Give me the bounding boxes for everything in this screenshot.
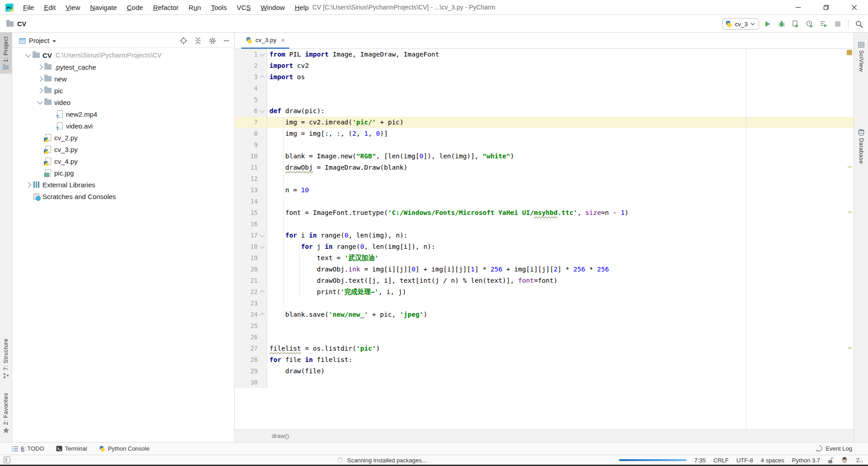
tool-window-button-favorites[interactable]: 2: Favorites bbox=[0, 389, 12, 437]
code-editor[interactable]: 1from PIL import Image, ImageDraw, Image… bbox=[235, 49, 854, 429]
code-line-7[interactable]: 7 img = cv2.imread('pic/' + pic) bbox=[235, 117, 854, 128]
code-line-23[interactable]: 23 bbox=[235, 298, 854, 309]
tree-item[interactable]: video.avi bbox=[13, 120, 234, 132]
project-view-dropdown-icon[interactable] bbox=[52, 40, 56, 43]
tree-chevron-icon[interactable] bbox=[37, 76, 43, 82]
code-line-2[interactable]: 2import cv2 bbox=[235, 60, 854, 71]
tree-chevron-icon[interactable] bbox=[25, 52, 31, 57]
tree-item[interactable]: cv_3.py bbox=[13, 143, 234, 155]
run-button[interactable] bbox=[762, 19, 773, 29]
tool-window-button-database[interactable]: Database bbox=[854, 125, 868, 168]
tree-item[interactable]: cv_2.py bbox=[13, 132, 234, 143]
code-line-26[interactable]: 26 bbox=[235, 332, 854, 343]
code-line-4[interactable]: 4 bbox=[235, 83, 854, 94]
tree-item[interactable]: Scratches and Consoles bbox=[13, 190, 234, 202]
editor-tab-cv3py[interactable]: cv_3.py × bbox=[241, 33, 289, 49]
code-line-5[interactable]: 5 bbox=[235, 94, 854, 105]
menu-edit[interactable]: Edit bbox=[39, 0, 61, 15]
code-line-1[interactable]: 1from PIL import Image, ImageDraw, Image… bbox=[235, 49, 854, 60]
menu-help[interactable]: Help bbox=[290, 0, 314, 15]
menu-file[interactable]: File bbox=[18, 0, 39, 15]
python-console-button[interactable]: Python Console bbox=[99, 445, 150, 452]
tool-window-button-sciview[interactable]: SciView bbox=[854, 38, 868, 76]
tool-window-button-project[interactable]: 1: Project bbox=[0, 33, 12, 74]
run-configuration-select[interactable]: cv_3 bbox=[722, 18, 759, 30]
code-line-11[interactable]: 11 drawObj = ImageDraw.Draw(blank) bbox=[235, 162, 854, 173]
menu-tools[interactable]: Tools bbox=[206, 0, 232, 15]
code-line-25[interactable]: 25 bbox=[235, 320, 854, 332]
code-line-12[interactable]: 12 bbox=[235, 173, 854, 185]
tree-chevron-icon[interactable] bbox=[37, 99, 43, 105]
inspection-indicator-icon[interactable] bbox=[847, 50, 852, 55]
tree-chevron-icon[interactable] bbox=[25, 182, 31, 188]
tree-item[interactable]: new bbox=[13, 73, 234, 85]
unlocked-icon[interactable] bbox=[828, 457, 834, 464]
tree-item[interactable]: CVC:\Users\Sirius\PycharmProjects\CV bbox=[13, 49, 234, 61]
line-separator[interactable]: CRLF bbox=[713, 457, 729, 464]
tool-window-switcher-icon[interactable] bbox=[4, 456, 10, 463]
collapse-all-icon[interactable] bbox=[194, 37, 202, 44]
run-with-coverage-button[interactable] bbox=[790, 19, 801, 29]
locate-file-icon[interactable] bbox=[180, 37, 187, 44]
todo-button[interactable]: 6: TODO bbox=[12, 445, 44, 452]
warning-mark[interactable] bbox=[848, 211, 852, 213]
tree-item[interactable]: pic.jpg bbox=[13, 167, 234, 179]
close-button[interactable] bbox=[840, 0, 868, 15]
menu-refactor[interactable]: Refactor bbox=[148, 0, 184, 15]
code-line-16[interactable]: 16 bbox=[235, 219, 854, 230]
fold-marker-icon[interactable] bbox=[259, 232, 264, 237]
code-line-18[interactable]: 18 for j in range(0, len(img[i]), n): bbox=[235, 241, 854, 252]
terminal-button[interactable]: Terminal bbox=[56, 445, 87, 452]
warning-mark[interactable] bbox=[848, 166, 852, 168]
project-panel-title[interactable]: Project bbox=[29, 37, 49, 44]
code-line-29[interactable]: 29 draw(file) bbox=[235, 366, 854, 377]
tree-item[interactable]: video bbox=[13, 96, 234, 108]
tree-item[interactable]: External Libraries bbox=[13, 179, 234, 190]
menu-window[interactable]: Window bbox=[256, 0, 290, 15]
code-line-3[interactable]: 3import os bbox=[235, 71, 854, 83]
code-line-8[interactable]: 8 img = img[:, :, (2, 1, 0)] bbox=[235, 128, 854, 139]
code-line-9[interactable]: 9 bbox=[235, 139, 854, 151]
tool-window-button-structure[interactable]: 7: Structure bbox=[0, 335, 12, 382]
code-line-24[interactable]: 24 blank.save('new/new_' + pic, 'jpeg') bbox=[235, 309, 854, 320]
event-log-button[interactable]: Event Log bbox=[816, 445, 852, 452]
menu-vcs[interactable]: VCS bbox=[232, 0, 256, 15]
tree-item[interactable]: new2.mp4 bbox=[13, 108, 234, 120]
minimize-button[interactable] bbox=[784, 0, 812, 15]
caret-position[interactable]: 7:35 bbox=[694, 457, 706, 464]
menu-code[interactable]: Code bbox=[122, 0, 148, 15]
settings-gear-icon[interactable] bbox=[209, 37, 216, 44]
code-line-27[interactable]: 27filelist = os.listdir('pic') bbox=[235, 343, 854, 354]
code-line-13[interactable]: 13 n = 10 bbox=[235, 185, 854, 196]
maximize-button[interactable] bbox=[812, 0, 840, 15]
warning-mark[interactable] bbox=[848, 347, 852, 349]
file-encoding[interactable]: UTF-8 bbox=[736, 457, 753, 464]
tree-item[interactable]: cv_4.py bbox=[13, 155, 234, 167]
python-interpreter[interactable]: Python 3.7 bbox=[792, 457, 820, 464]
fold-marker-icon[interactable] bbox=[259, 108, 264, 113]
code-line-17[interactable]: 17 for i in range(0, len(img), n): bbox=[235, 230, 854, 241]
code-line-14[interactable]: 14 bbox=[235, 196, 854, 207]
tree-chevron-icon[interactable] bbox=[37, 88, 43, 94]
indent-setting[interactable]: 4 spaces bbox=[761, 457, 784, 464]
code-line-21[interactable]: 21 drawObj.text([j, i], text[int(j / n) … bbox=[235, 275, 854, 286]
menu-navigate[interactable]: Navigate bbox=[85, 0, 122, 15]
code-line-6[interactable]: 6def draw(pic): bbox=[235, 105, 854, 117]
code-line-28[interactable]: 28for file in filelist: bbox=[235, 354, 854, 366]
breadcrumb-function[interactable]: draw() bbox=[272, 433, 289, 439]
code-line-10[interactable]: 10 blank = Image.new("RGB", [len(img[0])… bbox=[235, 151, 854, 162]
fold-marker-icon[interactable] bbox=[259, 75, 264, 80]
code-line-20[interactable]: 20 drawObj.ink = img[i][j][0] + img[i][j… bbox=[235, 264, 854, 275]
fold-marker-icon[interactable] bbox=[259, 313, 264, 318]
code-line-15[interactable]: 15 font = ImageFont.truetype('C:/Windows… bbox=[235, 207, 854, 219]
profiler-button[interactable] bbox=[804, 19, 815, 29]
fold-marker-icon[interactable] bbox=[259, 51, 264, 56]
tree-item[interactable]: .pytest_cache bbox=[13, 61, 234, 73]
search-everywhere-icon[interactable] bbox=[854, 19, 864, 29]
menu-run[interactable]: Run bbox=[184, 0, 206, 15]
tree-chevron-icon[interactable] bbox=[37, 64, 43, 70]
tab-close-icon[interactable]: × bbox=[281, 37, 285, 43]
breadcrumb-project-name[interactable]: CV bbox=[17, 20, 26, 28]
code-line-19[interactable]: 19 text = '武汉加油' bbox=[235, 252, 854, 264]
run-configurations-button[interactable] bbox=[818, 19, 829, 29]
